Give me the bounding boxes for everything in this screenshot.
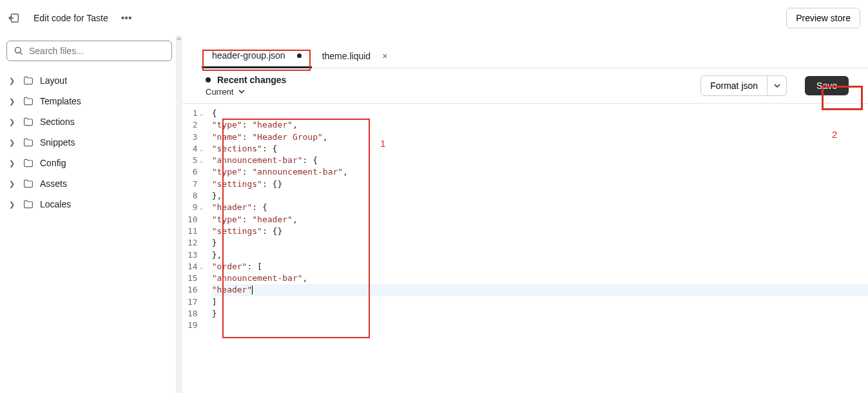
- sidebar-item-label: Templates: [40, 96, 81, 106]
- sidebar-item-layout[interactable]: ❯ Layout: [4, 70, 176, 91]
- code-line[interactable]: [212, 320, 868, 331]
- content-pane: header-group.jsontheme.liquid× Recent ch…: [182, 35, 868, 393]
- more-icon[interactable]: •••: [121, 12, 132, 24]
- chevron-down-icon: [774, 82, 780, 89]
- tabs: header-group.jsontheme.liquid×: [202, 44, 868, 68]
- sidebar: ❯ Layout❯ Templates❯ Sections❯ Snippets❯…: [0, 35, 182, 393]
- folder-icon: [23, 137, 34, 148]
- code-editor[interactable]: 1⌄234⌄5⌄6789⌄1011121314⌄1516171819 {"typ…: [182, 105, 868, 334]
- code-line[interactable]: "settings": {}: [212, 225, 868, 237]
- format-dropdown[interactable]: [767, 75, 787, 96]
- code-line[interactable]: },: [212, 190, 868, 202]
- code-line[interactable]: }: [212, 237, 868, 249]
- folder-icon: [23, 96, 34, 106]
- sidebar-item-label: Assets: [40, 178, 67, 189]
- code-line[interactable]: "name": "Header Group",: [212, 131, 868, 143]
- folder-icon: [23, 75, 34, 86]
- code-area[interactable]: {"type": "header","name": "Header Group"…: [208, 105, 868, 334]
- code-line[interactable]: "header": [212, 284, 868, 296]
- line-number-gutter: 1⌄234⌄5⌄6789⌄1011121314⌄1516171819: [182, 105, 208, 334]
- code-line[interactable]: "order": [: [212, 261, 868, 273]
- search-icon: [14, 46, 24, 56]
- tab-label: header-group.json: [212, 50, 285, 61]
- sidebar-item-sections[interactable]: ❯ Sections: [4, 111, 176, 132]
- tab-label: theme.liquid: [322, 51, 371, 61]
- topbar: Edit code for Taste ••• Preview store: [0, 0, 868, 35]
- chevron-right-icon: ❯: [9, 200, 17, 209]
- folder-icon: [23, 178, 34, 189]
- code-line[interactable]: },: [212, 249, 868, 261]
- sidebar-item-label: Sections: [40, 117, 75, 127]
- dirty-dot-icon: [297, 53, 302, 58]
- sidebar-item-label: Layout: [40, 75, 67, 86]
- chevron-right-icon: ❯: [9, 77, 17, 85]
- code-line[interactable]: "type": "header",: [212, 119, 868, 131]
- code-line[interactable]: "announcement-bar",: [212, 273, 868, 284]
- code-line[interactable]: "header": {: [212, 202, 868, 213]
- folder-icon: [23, 199, 34, 209]
- code-line[interactable]: "type": "announcement-bar",: [212, 166, 868, 178]
- svg-point-1: [15, 47, 21, 53]
- current-version-dropdown[interactable]: Current: [206, 87, 286, 97]
- chevron-right-icon: ❯: [9, 118, 17, 126]
- format-json-button[interactable]: Format json: [700, 75, 767, 96]
- page-title: Edit code for Taste: [34, 13, 108, 23]
- tab-header-group-json[interactable]: header-group.json: [202, 44, 312, 68]
- sidebar-item-config[interactable]: ❯ Config: [4, 153, 176, 173]
- code-line[interactable]: "announcement-bar": {: [212, 155, 868, 166]
- sidebar-item-label: Locales: [40, 199, 71, 209]
- close-icon[interactable]: ×: [382, 51, 387, 61]
- code-line[interactable]: {: [212, 108, 868, 119]
- save-button[interactable]: Save: [805, 76, 849, 95]
- scrollbar[interactable]: [176, 35, 182, 393]
- chevron-down-icon: [238, 87, 245, 97]
- sidebar-item-locales[interactable]: ❯ Locales: [4, 194, 176, 215]
- code-line[interactable]: }: [212, 308, 868, 320]
- folder-icon: [23, 117, 34, 127]
- chevron-right-icon: ❯: [9, 139, 17, 147]
- chevron-right-icon: ❯: [9, 159, 17, 168]
- code-line[interactable]: "settings": {}: [212, 178, 868, 190]
- sidebar-item-label: Snippets: [40, 137, 75, 148]
- chevron-right-icon: ❯: [9, 180, 17, 188]
- recent-changes-label: Recent changes: [206, 75, 286, 85]
- folder-icon: [23, 158, 34, 168]
- toolbar: Recent changes Current Format json Save: [182, 68, 868, 104]
- code-line[interactable]: ]: [212, 296, 868, 308]
- search-field[interactable]: [29, 46, 165, 56]
- tab-theme-liquid[interactable]: theme.liquid×: [312, 45, 398, 67]
- sidebar-item-snippets[interactable]: ❯ Snippets: [4, 132, 176, 153]
- exit-icon[interactable]: [8, 12, 21, 24]
- chevron-right-icon: ❯: [9, 97, 17, 106]
- sidebar-item-assets[interactable]: ❯ Assets: [4, 173, 176, 194]
- dirty-dot-icon: [206, 77, 211, 82]
- sidebar-item-label: Config: [40, 158, 66, 168]
- code-line[interactable]: "sections": {: [212, 143, 868, 155]
- code-line[interactable]: "type": "header",: [212, 214, 868, 225]
- sidebar-item-templates[interactable]: ❯ Templates: [4, 91, 176, 111]
- preview-store-button[interactable]: Preview store: [786, 8, 860, 28]
- search-input[interactable]: [6, 41, 172, 61]
